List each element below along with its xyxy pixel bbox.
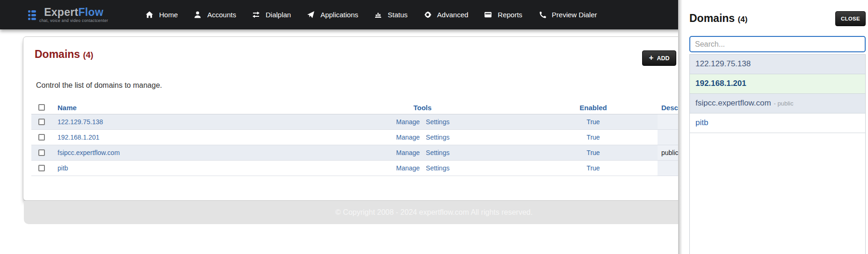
nav-item-dialplan[interactable]: Dialplan: [252, 11, 291, 19]
select-all-checkbox[interactable]: [38, 104, 45, 111]
table-row: 122.129.75.138 Manage Settings True: [31, 114, 683, 130]
search-input[interactable]: [689, 36, 866, 52]
row-checkbox[interactable]: [38, 165, 45, 171]
settings-link[interactable]: Settings: [426, 118, 450, 126]
table-row: 192.168.1.201 Manage Settings True: [31, 130, 683, 145]
domain-name-link[interactable]: fsipcc.expertflow.com: [58, 149, 120, 156]
nav-item-label: Reports: [498, 11, 522, 19]
settings-link[interactable]: Settings: [426, 164, 450, 172]
copyright-text: © Copyright 2008 - 2024 expertflow.com A…: [335, 208, 533, 217]
row-checkbox[interactable]: [38, 134, 45, 141]
user-icon: [194, 11, 202, 19]
drive-icon: [484, 11, 492, 19]
list-item[interactable]: fsipcc.expertflow.com- public: [690, 94, 865, 113]
list-item-selected[interactable]: 192.168.1.201: [690, 74, 865, 94]
domains-card: Domains (4) + ADD Control the list of do…: [23, 36, 683, 201]
table-header-row: Name Tools Enabled Description: [31, 101, 683, 114]
table-row: fsipcc.expertflow.com Manage Settings Tr…: [31, 145, 683, 161]
nav-menu: Home Accounts Dialplan Applications Stat…: [145, 11, 597, 19]
manage-link[interactable]: Manage: [396, 149, 420, 156]
enabled-value: True: [529, 130, 658, 145]
nav-item-label: Status: [388, 11, 408, 19]
nav-item-label: Preview Dialer: [552, 11, 597, 19]
domains-drawer: Domains (4) CLOSE 122.129.75.138 192.168…: [678, 0, 868, 254]
table-row: pitb Manage Settings True: [31, 161, 683, 176]
manage-link[interactable]: Manage: [396, 164, 420, 172]
nav-item-home[interactable]: Home: [145, 11, 178, 19]
domain-name-link[interactable]: 192.168.1.201: [58, 134, 100, 141]
home-icon: [145, 11, 153, 19]
list-item[interactable]: 122.129.75.138: [690, 55, 865, 74]
manage-link[interactable]: Manage: [396, 118, 420, 126]
phone-icon: [538, 11, 546, 19]
nav-item-reports[interactable]: Reports: [484, 11, 522, 19]
settings-link[interactable]: Settings: [426, 149, 450, 156]
nav-item-preview-dialer[interactable]: Preview Dialer: [538, 11, 597, 19]
domains-count: (4): [83, 50, 94, 60]
drawer-domains-count: (4): [738, 15, 748, 24]
add-button[interactable]: + ADD: [642, 50, 676, 66]
column-header-enabled: Enabled: [529, 101, 658, 114]
settings-link[interactable]: Settings: [426, 134, 450, 141]
paper-plane-icon: [307, 11, 315, 19]
nav-item-accounts[interactable]: Accounts: [194, 11, 236, 19]
bar-chart-icon: [374, 11, 382, 19]
row-checkbox[interactable]: [38, 149, 45, 156]
brand-tagline: chat, voice and video contactcenter: [39, 18, 108, 23]
drawer-left-edge: [678, 0, 682, 254]
expertflow-logo[interactable]: ExpertFlow chat, voice and video contact…: [28, 7, 108, 23]
enabled-value: True: [529, 161, 658, 176]
page-title: Domains (4): [35, 48, 682, 61]
nav-item-status[interactable]: Status: [374, 11, 408, 19]
list-item-suffix: - public: [774, 100, 794, 107]
domains-table: Name Tools Enabled Description 122.129.7…: [31, 101, 683, 176]
nav-item-label: Dialplan: [266, 11, 291, 19]
domain-name-link[interactable]: pitb: [58, 164, 68, 172]
page-subtitle: Control the list of domains to manage.: [36, 81, 682, 90]
enabled-value: True: [529, 145, 658, 160]
column-header-tools: Tools: [384, 101, 529, 114]
row-checkbox[interactable]: [38, 119, 45, 125]
expertflow-logo-icon: [28, 10, 36, 20]
column-header-name: Name: [52, 101, 384, 114]
nav-item-label: Home: [159, 11, 178, 19]
brand-wordmark: ExpertFlow: [44, 7, 103, 18]
gear-icon: [424, 11, 432, 19]
swap-arrows-icon: [252, 11, 260, 19]
nav-item-label: Applications: [320, 11, 358, 19]
list-item[interactable]: pitb: [690, 113, 865, 133]
close-button[interactable]: CLOSE: [835, 11, 866, 26]
drawer-domain-list: 122.129.75.138 192.168.1.201 fsipcc.expe…: [689, 54, 866, 254]
nav-item-applications[interactable]: Applications: [307, 11, 358, 19]
drawer-title: Domains (4): [689, 12, 747, 25]
enabled-value: True: [529, 114, 658, 129]
nav-item-label: Advanced: [437, 11, 469, 19]
nav-item-label: Accounts: [207, 11, 236, 19]
domain-name-link[interactable]: 122.129.75.138: [58, 118, 103, 126]
nav-item-advanced[interactable]: Advanced: [424, 11, 469, 19]
plus-icon: +: [649, 54, 653, 62]
manage-link[interactable]: Manage: [396, 134, 420, 141]
drawer-header: Domains (4) CLOSE: [689, 0, 866, 27]
